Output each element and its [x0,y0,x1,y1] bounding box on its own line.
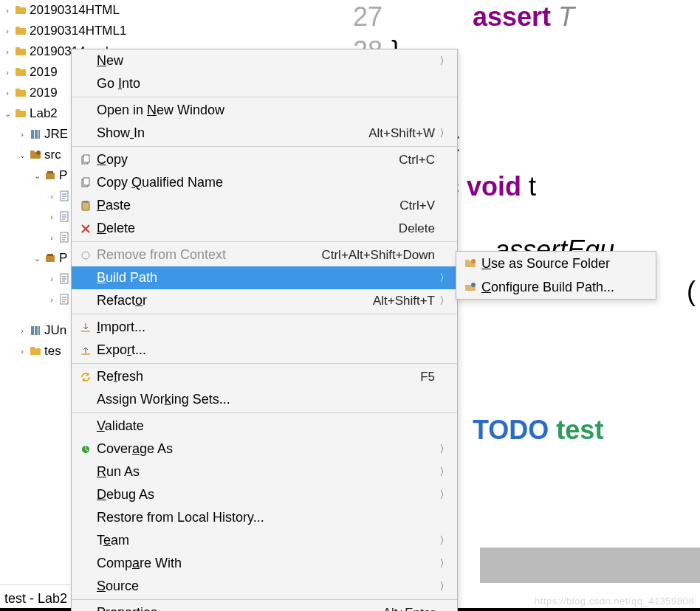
menu-item-debug-as[interactable]: Debug As〉 [72,483,457,506]
expand-icon[interactable]: › [16,130,28,139]
menu-label: Compare With [97,556,182,571]
svg-rect-43 [465,260,470,262]
expand-icon[interactable]: › [1,68,13,77]
expand-icon[interactable]: › [46,233,58,242]
menu-separator [72,241,457,242]
svg-rect-16 [30,151,35,153]
menu-item-refresh[interactable]: RefreshF5 [72,365,457,388]
svg-rect-14 [38,130,40,139]
export-icon [75,345,97,356]
src-icon [28,149,43,161]
context-menu[interactable]: New〉Go IntoOpen in New WindowShow InAlt+… [71,49,458,611]
code-fragment: ( [687,275,696,308]
menu-item-validate[interactable]: Validate [72,415,457,438]
menu-item-team[interactable]: Team〉 [72,529,457,552]
menu-label: Team [97,533,129,548]
svg-rect-30 [30,348,41,355]
code-fragment: t [521,171,536,201]
menu-item-run-as[interactable]: Run As〉 [72,460,457,483]
menu-item-remove-from-context: Remove from ContextCtrl+Alt+Shift+Down [72,244,457,266]
expand-icon[interactable]: › [16,326,28,335]
menu-item-source[interactable]: Source〉 [72,575,457,598]
tree-label: 20190314HTML [28,3,120,18]
menu-item-go-into[interactable]: Go Into [72,72,457,95]
svg-rect-7 [16,68,20,70]
menu-item-refactor[interactable]: RefactorAlt+Shift+T〉 [72,289,457,312]
expand-icon[interactable]: ⌄ [31,171,43,181]
tree-item[interactable]: ›20190314HTML [0,0,325,21]
expand-icon[interactable]: › [16,347,28,356]
menu-item-use-as-source-folder[interactable]: Use as Source Folder [456,252,656,275]
expand-icon[interactable]: › [1,6,13,15]
svg-rect-9 [16,89,20,91]
svg-rect-35 [83,178,89,185]
tree-label: 2019 [28,65,58,80]
menu-item-open-in-new-window[interactable]: Open in New Window [72,99,457,122]
menu-item-show-in[interactable]: Show InAlt+Shift+W〉 [72,122,457,145]
refresh-icon [75,371,97,383]
watermark-text: https://blog.csdn.net/qq_41359808 [535,596,694,607]
menu-item-restore-from-local-history[interactable]: Restore from Local History... [72,506,457,529]
menu-label: Source [97,579,139,594]
expand-icon[interactable]: › [1,47,13,56]
import-icon [75,322,97,334]
menu-label: Show In [97,125,145,141]
build-path-submenu[interactable]: Use as Source FolderConfigure Build Path… [456,251,656,300]
copy-icon [75,154,97,166]
menu-label: Import... [97,320,145,335]
menu-item-compare-with[interactable]: Compare With〉 [72,552,457,575]
menu-separator [72,146,457,147]
menu-label: New [97,53,123,69]
pkgicon-icon [43,170,58,182]
expand-icon[interactable]: › [1,89,13,97]
tree-label: 20190314HTML1 [28,24,126,38]
menu-shortcut: Alt+Enter [383,606,436,612]
cfg-icon [459,281,481,293]
tree-label: tes [43,344,61,359]
menu-item-build-path[interactable]: Build Path〉 [72,266,457,289]
menu-item-coverage-as[interactable]: Coverage As〉 [72,438,457,460]
expand-icon[interactable]: ⌄ [16,151,28,160]
menu-item-delete[interactable]: DeleteDelete [72,217,457,240]
expand-icon[interactable]: › [46,275,58,283]
menu-item-paste[interactable]: PasteCtrl+V [72,194,457,217]
svg-rect-29 [38,326,40,335]
tree-item[interactable]: ›20190314HTML1 [0,21,325,41]
menu-label: Paste [97,198,131,213]
delete-icon [75,223,97,235]
pkg-icon [13,46,28,58]
menu-label: Go Into [97,76,140,92]
lib-icon [28,128,43,140]
svg-rect-2 [16,28,26,35]
menu-item-properties[interactable]: PropertiesAlt+Enter [72,601,457,611]
menu-item-assign-working-sets[interactable]: Assign Working Sets... [72,388,457,411]
pkg-icon [13,108,28,120]
menu-item-copy-qualified-name[interactable]: Copy Qualified Name [72,171,457,194]
expand-icon[interactable]: › [1,27,13,35]
java-icon [58,273,72,285]
expand-icon[interactable]: ⌄ [1,109,13,119]
expand-icon[interactable]: › [46,192,58,201]
svg-rect-23 [46,255,55,262]
menu-separator [72,314,457,314]
svg-point-17 [36,151,41,155]
menu-label: Validate [97,418,144,434]
pkg-icon [13,66,28,78]
expand-icon[interactable]: ⌄ [31,254,43,263]
svg-rect-18 [46,173,55,179]
code-fragment: assert [473,1,551,32]
svg-rect-4 [16,49,26,55]
submenu-arrow-icon: 〉 [436,294,450,308]
menu-item-copy[interactable]: CopyCtrl+C [72,148,457,171]
menu-item-export[interactable]: Export... [72,339,457,362]
expand-icon[interactable]: › [46,213,58,221]
menu-label: Build Path [97,270,157,286]
tree-label: JUn [43,323,66,338]
menu-item-configure-build-path[interactable]: Configure Build Path... [456,275,656,299]
menu-item-import[interactable]: Import... [72,316,457,339]
pkg-icon [13,25,28,37]
expand-icon[interactable]: › [46,295,58,304]
menu-item-new[interactable]: New〉 [72,49,457,72]
menu-label: Run As [97,464,140,480]
svg-rect-19 [47,171,53,173]
